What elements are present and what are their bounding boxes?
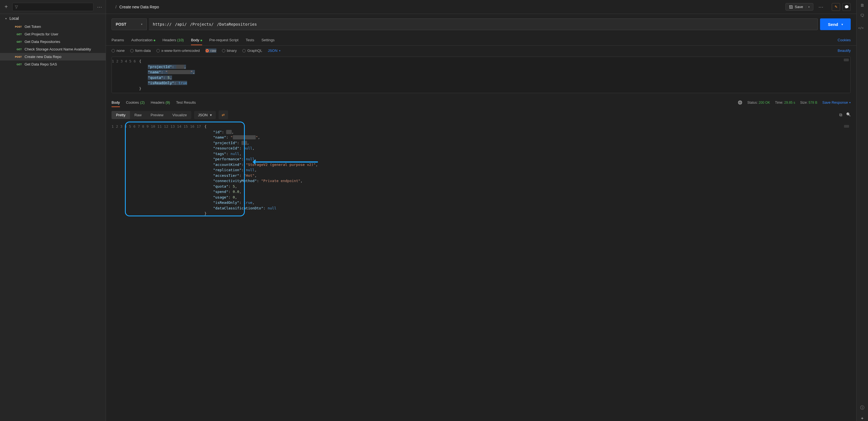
- tab-headers[interactable]: Headers(10): [162, 35, 184, 45]
- collection-header[interactable]: ▾ Local: [0, 14, 106, 23]
- response-tab-testresults[interactable]: Test Results: [176, 98, 196, 107]
- request-method-badge: POST: [14, 25, 22, 28]
- url-seg: /api/: [175, 22, 187, 27]
- annotation-arrow: [254, 161, 318, 163]
- sidebar-request-item[interactable]: GETGet Data Repositories: [0, 38, 106, 45]
- sidebar-filter-input[interactable]: [12, 3, 93, 11]
- globe-icon[interactable]: [738, 100, 742, 104]
- view-visualize[interactable]: Visualize: [168, 111, 191, 119]
- editor-minimap[interactable]: [844, 59, 849, 61]
- time-value: 29.85 s: [784, 101, 795, 104]
- new-request-button[interactable]: [2, 3, 10, 11]
- method-value: POST: [116, 22, 126, 27]
- sidebar-request-item[interactable]: POSTGet Token: [0, 23, 106, 30]
- comments-button[interactable]: [842, 3, 851, 11]
- response-view-segments: Pretty Raw Preview Visualize: [112, 111, 191, 119]
- url-scheme: https://: [153, 22, 172, 27]
- tab-prerequest[interactable]: Pre-request Script: [209, 35, 239, 45]
- body-active-dot: [200, 40, 202, 41]
- url-seg: /DataRepositories: [217, 22, 257, 27]
- bodytype-none[interactable]: none: [112, 48, 125, 53]
- tab-params[interactable]: Params: [112, 35, 124, 45]
- status-label: Status: 200 OK: [747, 101, 770, 104]
- right-rail: [856, 0, 868, 421]
- wrap-lines-button[interactable]: [219, 110, 228, 119]
- request-list: POSTGet TokenGETGet Projects for UserGET…: [0, 23, 106, 68]
- send-label: Send: [828, 22, 838, 27]
- size-value: 578 B: [809, 101, 817, 104]
- request-method-badge: GET: [14, 33, 22, 36]
- save-icon: [789, 5, 793, 9]
- copy-response-button[interactable]: [839, 112, 842, 118]
- send-button[interactable]: Send ▾: [820, 19, 851, 30]
- chat-icon: [844, 5, 849, 9]
- main-pane: / Create new Data Repo Save ▾ ⋯ POST: [106, 0, 856, 421]
- tab-authorization[interactable]: Authorization: [131, 35, 155, 45]
- collection-name: Local: [9, 16, 19, 21]
- request-item-name: Check Storage Account Name Availability: [25, 47, 91, 51]
- save-caret-icon[interactable]: ▾: [806, 6, 810, 8]
- edit-button[interactable]: [832, 3, 840, 11]
- body-language-select[interactable]: JSON▾: [268, 48, 280, 53]
- sidebar-request-item[interactable]: GETGet Data Repo SAS: [0, 61, 106, 68]
- breadcrumb-separator: /: [116, 5, 117, 9]
- chevron-down-icon: ▾: [141, 23, 143, 26]
- comments-panel-button[interactable]: [860, 13, 864, 18]
- size-label: Size: 578 B: [800, 101, 817, 104]
- chevron-down-icon: ▾: [279, 50, 280, 52]
- code-snippet-button[interactable]: [858, 24, 867, 399]
- view-raw[interactable]: Raw: [130, 111, 146, 119]
- sidebar-more-button[interactable]: [96, 3, 103, 11]
- status-value: 200 OK: [759, 101, 770, 104]
- bodytype-binary[interactable]: binary: [222, 48, 237, 53]
- documentation-button[interactable]: [860, 3, 864, 7]
- ellipsis-icon: [97, 4, 102, 10]
- sidebar-request-item[interactable]: GETGet Projects for User: [0, 30, 106, 38]
- bodytype-xwww[interactable]: x-www-form-urlencoded: [156, 48, 200, 53]
- request-item-name: Create new Data Repo: [25, 55, 61, 59]
- sidebar-request-item[interactable]: POSTCreate new Data Repo: [0, 53, 106, 61]
- bodytype-formdata[interactable]: form-data: [130, 48, 151, 53]
- request-method-badge: GET: [14, 48, 22, 51]
- response-tab-cookies[interactable]: Cookies(2): [126, 98, 145, 107]
- url-input[interactable]: https:// /api/ /Projects/ /DataRepositor…: [149, 19, 818, 30]
- tab-tests[interactable]: Tests: [246, 35, 254, 45]
- save-button[interactable]: Save ▾: [785, 3, 813, 10]
- beautify-link[interactable]: Beautify: [838, 48, 851, 53]
- request-more-button[interactable]: ⋯: [816, 3, 826, 11]
- response-tab-headers[interactable]: Headers(9): [151, 98, 170, 107]
- bodytype-graphql[interactable]: GraphQL: [242, 48, 262, 53]
- bodytype-raw[interactable]: raw: [206, 48, 216, 53]
- response-body-editor[interactable]: 1 2 3 4 5 6 7 8 9 10 11 12 13 14 15 16 1…: [112, 122, 851, 218]
- pen-icon: [835, 5, 838, 9]
- request-item-name: Get Projects for User: [25, 32, 58, 36]
- save-response-button[interactable]: Save Response▾: [822, 100, 851, 104]
- save-label: Save: [795, 5, 803, 9]
- auth-active-dot: [154, 40, 155, 41]
- method-select[interactable]: POST ▾: [112, 19, 147, 30]
- chevron-down-icon: ▾: [841, 23, 843, 26]
- filter-icon: [15, 5, 18, 9]
- cookies-link[interactable]: Cookies: [838, 38, 851, 42]
- info-button[interactable]: [860, 405, 864, 411]
- tips-button[interactable]: [861, 416, 864, 421]
- search-response-button[interactable]: [846, 112, 851, 118]
- editor-minimap[interactable]: [844, 125, 849, 128]
- request-item-name: Get Token: [25, 25, 41, 29]
- view-pretty[interactable]: Pretty: [112, 111, 130, 119]
- request-method-badge: POST: [14, 56, 22, 58]
- tab-settings[interactable]: Settings: [261, 35, 275, 45]
- response-tab-body[interactable]: Body: [112, 98, 120, 107]
- chevron-down-icon: ▾: [4, 17, 8, 20]
- request-body-editor[interactable]: 1 2 3 4 5 6 { "projectId": , "name": " "…: [112, 57, 851, 93]
- plus-icon: [4, 4, 8, 10]
- sidebar-request-item[interactable]: GETCheck Storage Account Name Availabili…: [0, 45, 106, 53]
- tab-body[interactable]: Body: [191, 35, 202, 45]
- sidebar: ▾ Local POSTGet TokenGETGet Projects for…: [0, 0, 106, 421]
- response-language-select[interactable]: JSON▾: [194, 111, 216, 119]
- view-preview[interactable]: Preview: [146, 111, 168, 119]
- request-item-name: Get Data Repo SAS: [25, 62, 57, 66]
- chevron-down-icon: ▾: [210, 113, 212, 117]
- request-method-badge: GET: [14, 63, 22, 66]
- wrap-icon: [222, 113, 225, 117]
